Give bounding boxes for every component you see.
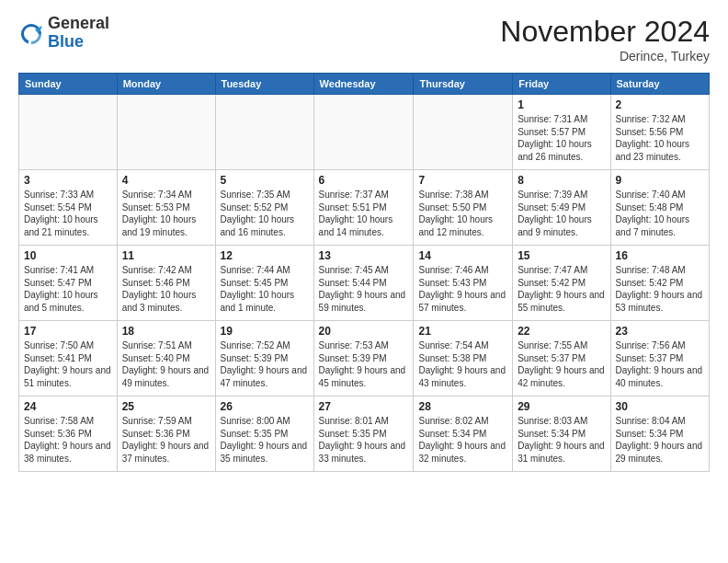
day-number: 6 bbox=[319, 174, 409, 187]
day-number: 1 bbox=[518, 98, 605, 111]
day-info: Sunrise: 7:52 AM Sunset: 5:39 PM Dayligh… bbox=[221, 339, 309, 389]
day-info: Sunrise: 7:33 AM Sunset: 5:54 PM Dayligh… bbox=[24, 189, 112, 238]
day-info: Sunrise: 7:56 AM Sunset: 5:37 PM Dayligh… bbox=[616, 339, 704, 389]
calendar-cell: 27Sunrise: 8:01 AM Sunset: 5:35 PM Dayli… bbox=[313, 396, 414, 472]
calendar-cell bbox=[117, 95, 215, 170]
col-thursday: Thursday bbox=[414, 74, 513, 95]
calendar-cell: 13Sunrise: 7:45 AM Sunset: 5:44 PM Dayli… bbox=[313, 246, 414, 321]
calendar-cell: 21Sunrise: 7:54 AM Sunset: 5:38 PM Dayli… bbox=[414, 321, 513, 396]
day-info: Sunrise: 7:39 AM Sunset: 5:49 PM Dayligh… bbox=[518, 189, 605, 238]
day-info: Sunrise: 7:42 AM Sunset: 5:46 PM Dayligh… bbox=[122, 264, 210, 314]
day-number: 18 bbox=[122, 325, 210, 338]
month-title: November 2024 bbox=[500, 15, 710, 49]
day-number: 28 bbox=[418, 400, 507, 413]
day-info: Sunrise: 8:04 AM Sunset: 5:34 PM Dayligh… bbox=[616, 415, 704, 465]
calendar-cell bbox=[414, 95, 513, 170]
calendar-cell: 6Sunrise: 7:37 AM Sunset: 5:51 PM Daylig… bbox=[313, 170, 414, 246]
day-number: 7 bbox=[418, 174, 507, 187]
day-info: Sunrise: 7:53 AM Sunset: 5:39 PM Dayligh… bbox=[319, 339, 409, 389]
day-info: Sunrise: 7:47 AM Sunset: 5:42 PM Dayligh… bbox=[518, 264, 605, 314]
calendar-cell: 12Sunrise: 7:44 AM Sunset: 5:45 PM Dayli… bbox=[215, 246, 313, 321]
day-number: 12 bbox=[221, 249, 309, 262]
col-friday: Friday bbox=[513, 74, 610, 95]
day-number: 13 bbox=[319, 249, 409, 262]
day-info: Sunrise: 7:34 AM Sunset: 5:53 PM Dayligh… bbox=[122, 189, 210, 238]
day-info: Sunrise: 7:58 AM Sunset: 5:36 PM Dayligh… bbox=[24, 415, 112, 465]
day-info: Sunrise: 7:40 AM Sunset: 5:48 PM Dayligh… bbox=[616, 189, 704, 238]
col-monday: Monday bbox=[117, 74, 215, 95]
calendar-cell: 14Sunrise: 7:46 AM Sunset: 5:43 PM Dayli… bbox=[414, 246, 513, 321]
day-number: 22 bbox=[518, 325, 605, 338]
calendar-cell: 1Sunrise: 7:31 AM Sunset: 5:57 PM Daylig… bbox=[513, 95, 610, 170]
calendar-cell: 15Sunrise: 7:47 AM Sunset: 5:42 PM Dayli… bbox=[513, 246, 610, 321]
calendar-cell: 3Sunrise: 7:33 AM Sunset: 5:54 PM Daylig… bbox=[19, 170, 118, 246]
day-number: 25 bbox=[122, 400, 210, 413]
day-number: 15 bbox=[518, 249, 605, 262]
day-info: Sunrise: 8:00 AM Sunset: 5:35 PM Dayligh… bbox=[221, 415, 309, 465]
calendar-cell: 23Sunrise: 7:56 AM Sunset: 5:37 PM Dayli… bbox=[610, 321, 709, 396]
calendar-cell: 29Sunrise: 8:03 AM Sunset: 5:34 PM Dayli… bbox=[513, 396, 610, 472]
day-info: Sunrise: 7:50 AM Sunset: 5:41 PM Dayligh… bbox=[24, 339, 112, 389]
page: General Blue November 2024 Derince, Turk… bbox=[0, 0, 728, 563]
calendar-cell bbox=[313, 95, 414, 170]
day-info: Sunrise: 7:59 AM Sunset: 5:36 PM Dayligh… bbox=[122, 415, 210, 465]
day-number: 5 bbox=[221, 174, 309, 187]
day-info: Sunrise: 7:35 AM Sunset: 5:52 PM Dayligh… bbox=[221, 189, 309, 238]
day-info: Sunrise: 7:51 AM Sunset: 5:40 PM Dayligh… bbox=[122, 339, 210, 389]
day-info: Sunrise: 7:37 AM Sunset: 5:51 PM Dayligh… bbox=[319, 189, 409, 238]
calendar-cell: 10Sunrise: 7:41 AM Sunset: 5:47 PM Dayli… bbox=[19, 246, 118, 321]
week-row-2: 3Sunrise: 7:33 AM Sunset: 5:54 PM Daylig… bbox=[19, 170, 710, 246]
day-number: 14 bbox=[418, 249, 507, 262]
day-number: 8 bbox=[518, 174, 605, 187]
day-number: 26 bbox=[221, 400, 309, 413]
day-info: Sunrise: 8:02 AM Sunset: 5:34 PM Dayligh… bbox=[418, 415, 507, 465]
col-saturday: Saturday bbox=[610, 74, 709, 95]
day-info: Sunrise: 7:44 AM Sunset: 5:45 PM Dayligh… bbox=[221, 264, 309, 314]
day-number: 30 bbox=[616, 400, 704, 413]
day-info: Sunrise: 7:54 AM Sunset: 5:38 PM Dayligh… bbox=[418, 339, 507, 389]
calendar-cell: 5Sunrise: 7:35 AM Sunset: 5:52 PM Daylig… bbox=[215, 170, 313, 246]
day-number: 9 bbox=[616, 174, 704, 187]
calendar-cell: 25Sunrise: 7:59 AM Sunset: 5:36 PM Dayli… bbox=[117, 396, 215, 472]
day-number: 24 bbox=[24, 400, 112, 413]
calendar-cell: 16Sunrise: 7:48 AM Sunset: 5:42 PM Dayli… bbox=[610, 246, 709, 321]
calendar-cell: 30Sunrise: 8:04 AM Sunset: 5:34 PM Dayli… bbox=[610, 396, 709, 472]
day-number: 20 bbox=[319, 325, 409, 338]
day-number: 23 bbox=[616, 325, 704, 338]
day-number: 17 bbox=[24, 325, 112, 338]
week-row-3: 10Sunrise: 7:41 AM Sunset: 5:47 PM Dayli… bbox=[19, 246, 710, 321]
day-info: Sunrise: 8:03 AM Sunset: 5:34 PM Dayligh… bbox=[518, 415, 605, 465]
logo: General Blue bbox=[18, 15, 109, 52]
calendar-cell bbox=[19, 95, 118, 170]
title-block: November 2024 Derince, Turkey bbox=[500, 15, 710, 63]
day-number: 2 bbox=[616, 98, 704, 111]
day-info: Sunrise: 7:31 AM Sunset: 5:57 PM Dayligh… bbox=[518, 113, 605, 163]
calendar: Sunday Monday Tuesday Wednesday Thursday… bbox=[18, 73, 710, 472]
day-number: 11 bbox=[122, 249, 210, 262]
col-wednesday: Wednesday bbox=[313, 74, 414, 95]
calendar-cell: 20Sunrise: 7:53 AM Sunset: 5:39 PM Dayli… bbox=[313, 321, 414, 396]
logo-text: General Blue bbox=[48, 15, 109, 52]
week-row-5: 24Sunrise: 7:58 AM Sunset: 5:36 PM Dayli… bbox=[19, 396, 710, 472]
day-number: 4 bbox=[122, 174, 210, 187]
calendar-cell: 11Sunrise: 7:42 AM Sunset: 5:46 PM Dayli… bbox=[117, 246, 215, 321]
day-number: 29 bbox=[518, 400, 605, 413]
calendar-cell: 22Sunrise: 7:55 AM Sunset: 5:37 PM Dayli… bbox=[513, 321, 610, 396]
col-tuesday: Tuesday bbox=[215, 74, 313, 95]
day-number: 19 bbox=[221, 325, 309, 338]
calendar-cell: 7Sunrise: 7:38 AM Sunset: 5:50 PM Daylig… bbox=[414, 170, 513, 246]
day-info: Sunrise: 7:38 AM Sunset: 5:50 PM Dayligh… bbox=[418, 189, 507, 238]
week-row-4: 17Sunrise: 7:50 AM Sunset: 5:41 PM Dayli… bbox=[19, 321, 710, 396]
calendar-cell bbox=[215, 95, 313, 170]
col-sunday: Sunday bbox=[19, 74, 118, 95]
day-info: Sunrise: 8:01 AM Sunset: 5:35 PM Dayligh… bbox=[319, 415, 409, 465]
calendar-cell: 28Sunrise: 8:02 AM Sunset: 5:34 PM Dayli… bbox=[414, 396, 513, 472]
day-info: Sunrise: 7:41 AM Sunset: 5:47 PM Dayligh… bbox=[24, 264, 112, 314]
day-number: 3 bbox=[24, 174, 112, 187]
logo-icon bbox=[18, 20, 44, 46]
week-row-1: 1Sunrise: 7:31 AM Sunset: 5:57 PM Daylig… bbox=[19, 95, 710, 170]
calendar-cell: 4Sunrise: 7:34 AM Sunset: 5:53 PM Daylig… bbox=[117, 170, 215, 246]
calendar-cell: 2Sunrise: 7:32 AM Sunset: 5:56 PM Daylig… bbox=[610, 95, 709, 170]
day-info: Sunrise: 7:46 AM Sunset: 5:43 PM Dayligh… bbox=[418, 264, 507, 314]
day-number: 10 bbox=[24, 249, 112, 262]
